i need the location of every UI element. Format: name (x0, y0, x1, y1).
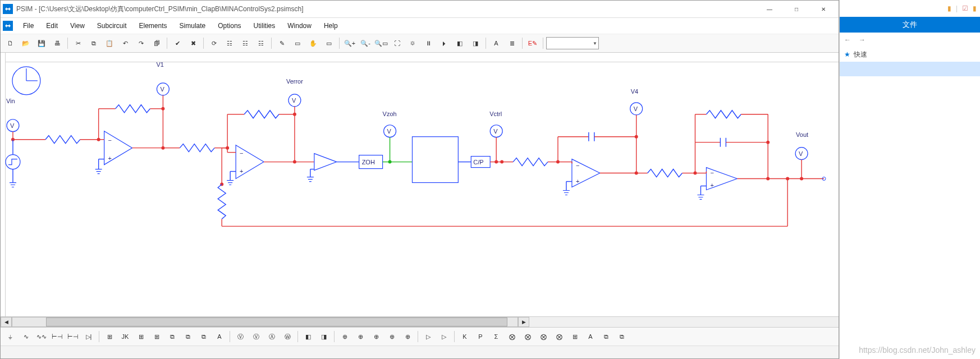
menu-window[interactable]: Window (282, 20, 317, 32)
schematic-canvas[interactable]: V Vin −+ (1, 53, 839, 316)
align-icon[interactable]: ≣ (505, 36, 519, 50)
select-icon[interactable]: ▭ (322, 36, 336, 50)
blk5-icon[interactable]: ⨂ (520, 330, 535, 343)
scope-b-icon[interactable]: ◨ (317, 330, 331, 343)
clipboard-icon[interactable]: 🗐 (149, 36, 164, 50)
menu-elements[interactable]: Elements (134, 20, 173, 32)
cut-icon[interactable]: ✂ (71, 36, 85, 50)
pause-icon[interactable]: ⏸ (421, 36, 436, 50)
zoom-in-icon[interactable]: 🔍+ (342, 36, 357, 50)
ctrl1-icon[interactable]: ▷ (421, 330, 436, 343)
scroll-track[interactable] (12, 317, 518, 327)
blk4-icon[interactable]: ⨂ (505, 330, 519, 343)
probe-a-icon[interactable]: Ⓐ (264, 330, 279, 343)
step-icon[interactable]: ⏵ (437, 36, 451, 50)
sw5-icon[interactable]: ⧉ (165, 330, 180, 343)
sw7-icon[interactable]: ⧉ (196, 330, 211, 343)
cap-icon[interactable]: ⊢⊣ (50, 330, 65, 343)
scroll-thumb[interactable] (46, 317, 507, 326)
close-button[interactable]: ✕ (810, 1, 836, 17)
inductor-icon[interactable]: ∿∿ (34, 330, 49, 343)
svg-text:−: − (710, 169, 713, 176)
blk7-icon[interactable]: ⨂ (552, 330, 566, 343)
menu-subcircuit[interactable]: Subcircuit (91, 20, 132, 32)
zoom-fit-icon[interactable]: ⛶ (390, 36, 404, 50)
label-icon[interactable]: ▭ (290, 36, 305, 50)
menu-edit[interactable]: Edit (40, 20, 63, 32)
menu-utilities[interactable]: Utilities (248, 20, 281, 32)
maximize-button[interactable]: □ (784, 1, 809, 17)
blk8-icon[interactable]: ⊞ (567, 330, 582, 343)
selected-row[interactable] (840, 62, 980, 76)
netlist3-icon[interactable]: ☷ (254, 36, 268, 50)
probe-v-icon[interactable]: Ⓥ (233, 330, 248, 343)
ctrl2-icon[interactable]: ▷ (437, 330, 451, 343)
blk11-icon[interactable]: ⧉ (615, 330, 629, 343)
menu-options[interactable]: Options (212, 20, 246, 32)
src4-icon[interactable]: ⊕ (384, 330, 399, 343)
blk1-icon[interactable]: K (457, 330, 472, 343)
check-icon[interactable]: ✔ (170, 36, 185, 50)
scroll-right-icon[interactable]: ▶ (518, 317, 529, 327)
epen-icon[interactable]: E✎ (525, 36, 540, 50)
print-icon[interactable]: 🖶 (50, 36, 65, 50)
save-icon[interactable]: 💾 (34, 36, 49, 50)
pan-icon[interactable]: ✋ (306, 36, 320, 50)
netlist2-icon[interactable]: ☷ (238, 36, 253, 50)
diode-icon[interactable]: ▷| (81, 330, 96, 343)
src2-icon[interactable]: ⊕ (353, 330, 368, 343)
scope-a-icon[interactable]: ◧ (301, 330, 315, 343)
scroll-left-icon[interactable]: ◀ (1, 317, 12, 327)
sw8-icon[interactable]: A (212, 330, 227, 343)
side-tab-file[interactable]: 文件 (840, 17, 980, 33)
sw2-icon[interactable]: JK (118, 330, 132, 343)
menu-file[interactable]: File (17, 20, 39, 32)
blk3-icon[interactable]: Σ (489, 330, 503, 343)
redo-icon[interactable]: ↷ (134, 36, 148, 50)
wire-icon[interactable]: ✎ (274, 36, 289, 50)
nav-fwd-icon[interactable]: → (859, 36, 865, 44)
scope1-icon[interactable]: ◧ (452, 36, 467, 50)
netlist-icon[interactable]: ☷ (222, 36, 237, 50)
resistor-icon[interactable]: ∿ (19, 330, 33, 343)
sw1-icon[interactable]: ⊞ (102, 330, 117, 343)
new-icon[interactable]: 🗋 (3, 36, 17, 50)
toolbar-dropdown[interactable] (546, 37, 599, 49)
cancel-icon[interactable]: ✖ (186, 36, 200, 50)
scope2-icon[interactable]: ◨ (468, 36, 483, 50)
refresh-icon[interactable]: ⟳ (207, 36, 221, 50)
zoom-area-icon[interactable]: 🔍▭ (374, 36, 388, 50)
blk6-icon[interactable]: ⨂ (536, 330, 551, 343)
copy-icon[interactable]: ⧉ (86, 36, 101, 50)
paste-icon[interactable]: 📋 (102, 36, 117, 50)
blk2-icon[interactable]: P (473, 330, 488, 343)
src5-icon[interactable]: ⊕ (400, 330, 415, 343)
blk9-icon[interactable]: A (583, 330, 598, 343)
open-icon[interactable]: 📂 (19, 36, 33, 50)
text-icon[interactable]: A (489, 36, 503, 50)
sw3-icon[interactable]: ⊞ (134, 330, 148, 343)
probe-vp-icon[interactable]: Ⓥ (249, 330, 263, 343)
menu-simulate[interactable]: Simulate (174, 20, 212, 32)
probe-w-icon[interactable]: Ⓦ (280, 330, 295, 343)
undo-icon[interactable]: ↶ (118, 36, 132, 50)
blk10-icon[interactable]: ⧉ (599, 330, 613, 343)
hscrollbar[interactable]: ◀ ▶ (1, 316, 839, 327)
sw6-icon[interactable]: ⧉ (181, 330, 195, 343)
run-icon[interactable]: ⛭ (405, 36, 420, 50)
check-icon[interactable]: ☑ (962, 4, 968, 12)
quick-access-row[interactable]: ★ 快速 (840, 47, 980, 62)
app-root: PSIM - [C:\Users\文远\Desktop\仿真\computerC… (0, 0, 980, 359)
resistor-rfb4 (706, 111, 741, 118)
zoom-out-icon[interactable]: 🔍- (358, 36, 373, 50)
src3-icon[interactable]: ⊕ (369, 330, 383, 343)
minimize-button[interactable]: — (757, 1, 782, 17)
menu-view[interactable]: View (65, 20, 90, 32)
nav-back-icon[interactable]: ← (844, 36, 851, 44)
src1-icon[interactable]: ⊕ (337, 330, 352, 343)
svg-point-87 (635, 135, 638, 139)
menu-help[interactable]: Help (318, 20, 344, 32)
ground-icon[interactable]: ⏚ (3, 330, 17, 343)
sw4-icon[interactable]: ⊞ (149, 330, 164, 343)
cap2-icon[interactable]: ⊢⊣ (66, 330, 80, 343)
